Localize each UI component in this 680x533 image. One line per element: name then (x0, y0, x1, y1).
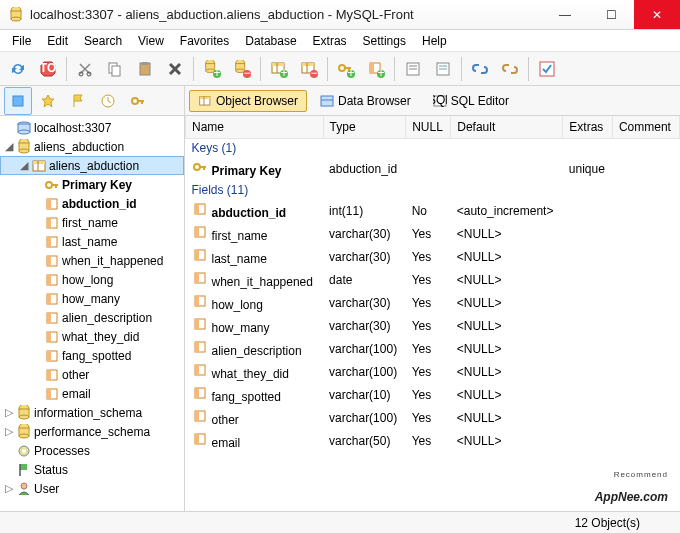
refresh-button[interactable] (4, 55, 32, 83)
minimize-button[interactable]: — (542, 0, 588, 29)
tab-sql-editor[interactable]: SQLSQL Editor (424, 90, 518, 112)
grid-row[interactable]: what_they_didvarchar(100)Yes<NULL> (186, 360, 680, 383)
grid-row[interactable]: abduction_idint(11)No<auto_increment> (186, 199, 680, 222)
maximize-button[interactable]: ☐ (588, 0, 634, 29)
tree-sys-User[interactable]: ▷User (0, 479, 184, 498)
menu-help[interactable]: Help (414, 32, 455, 50)
tree-col-when-it-happened[interactable]: when_it_happened (0, 251, 184, 270)
grid-row[interactable]: Primary Keyabduction_idunique (186, 157, 680, 180)
cell (612, 157, 679, 180)
menu-favorites[interactable]: Favorites (172, 32, 237, 50)
menu-view[interactable]: View (130, 32, 172, 50)
tree-db[interactable]: ◢aliens_abduction (0, 137, 184, 156)
tree-col-how-long[interactable]: how_long (0, 270, 184, 289)
new-field-button[interactable]: + (362, 55, 390, 83)
grid-row[interactable]: emailvarchar(50)Yes<NULL> (186, 429, 680, 452)
cell: varchar(100) (323, 337, 406, 360)
stop-button[interactable]: STOP (34, 55, 62, 83)
check-button[interactable] (533, 55, 561, 83)
tree-col-Primary Key[interactable]: Primary Key (0, 175, 184, 194)
i-db-icon (16, 424, 32, 440)
script2-button[interactable] (429, 55, 457, 83)
grid-row[interactable]: when_it_happeneddateYes<NULL> (186, 268, 680, 291)
grid-row[interactable]: fang_spottedvarchar(10)Yes<NULL> (186, 383, 680, 406)
menu-file[interactable]: File (4, 32, 39, 50)
cell: Yes (406, 291, 451, 314)
cell: varchar(10) (323, 383, 406, 406)
bookmark-button[interactable] (4, 87, 32, 115)
star-button[interactable] (34, 87, 62, 115)
copy-button[interactable] (101, 55, 129, 83)
tree-sys-Processes[interactable]: Processes (0, 441, 184, 460)
cell (612, 245, 679, 268)
tree-col-last-name[interactable]: last_name (0, 232, 184, 251)
col-header-type[interactable]: Type (323, 116, 406, 138)
cell (451, 157, 563, 180)
tree-col-email[interactable]: email (0, 384, 184, 403)
tree-col-other[interactable]: other (0, 365, 184, 384)
twisty-icon[interactable]: ▷ (2, 482, 16, 495)
key-button[interactable] (124, 87, 152, 115)
menu-extras[interactable]: Extras (305, 32, 355, 50)
svg-text:−: − (243, 66, 250, 78)
tree-sys-Status[interactable]: Status (0, 460, 184, 479)
new-table-button[interactable]: + (265, 55, 293, 83)
grid-row[interactable]: how_longvarchar(30)Yes<NULL> (186, 291, 680, 314)
drop-table-button[interactable]: − (295, 55, 323, 83)
menu-settings[interactable]: Settings (355, 32, 414, 50)
col-header-comment[interactable]: Comment (612, 116, 679, 138)
paste-button[interactable] (131, 55, 159, 83)
tree-host[interactable]: localhost:3307 (0, 118, 184, 137)
grid-row[interactable]: how_manyvarchar(30)Yes<NULL> (186, 314, 680, 337)
col-header-default[interactable]: Default (451, 116, 563, 138)
fields-grid[interactable]: NameTypeNULLDefaultExtrasComment Keys (1… (185, 116, 680, 452)
cell: <NULL> (451, 222, 563, 245)
drop-db-button[interactable]: − (228, 55, 256, 83)
menu-search[interactable]: Search (76, 32, 130, 50)
nav-tree[interactable]: localhost:3307◢aliens_abduction◢aliens_a… (0, 116, 185, 511)
cell (406, 157, 451, 180)
script-button[interactable] (399, 55, 427, 83)
link2-button[interactable] (496, 55, 524, 83)
twisty-icon[interactable]: ▷ (2, 425, 16, 438)
new-key-button[interactable]: + (332, 55, 360, 83)
main-toolbar: STOP + − + − + + (0, 52, 680, 86)
new-db-button[interactable]: + (198, 55, 226, 83)
svg-text:+: + (213, 66, 220, 78)
tree-table[interactable]: ◢aliens_abduction (0, 156, 184, 175)
delete-button[interactable] (161, 55, 189, 83)
tree-sys-performance-schema[interactable]: ▷performance_schema (0, 422, 184, 441)
cut-button[interactable] (71, 55, 99, 83)
tree-sys-information-schema[interactable]: ▷information_schema (0, 403, 184, 422)
tree-col-how-many[interactable]: how_many (0, 289, 184, 308)
col-header-extras[interactable]: Extras (563, 116, 613, 138)
cell: unique (563, 157, 613, 180)
section-header: Keys (1) (186, 138, 680, 157)
menu-edit[interactable]: Edit (39, 32, 76, 50)
cell: varchar(30) (323, 291, 406, 314)
cell: email (186, 429, 324, 452)
menu-database[interactable]: Database (237, 32, 304, 50)
i-col-icon (44, 329, 60, 345)
tree-col-alien-description[interactable]: alien_description (0, 308, 184, 327)
grid-row[interactable]: first_namevarchar(30)Yes<NULL> (186, 222, 680, 245)
tab-object-browser[interactable]: Object Browser (189, 90, 307, 112)
flag-button[interactable] (64, 87, 92, 115)
close-button[interactable]: ✕ (634, 0, 680, 29)
link-button[interactable] (466, 55, 494, 83)
tab-data-browser[interactable]: Data Browser (311, 90, 420, 112)
col-header-null[interactable]: NULL (406, 116, 451, 138)
grid-row[interactable]: last_namevarchar(30)Yes<NULL> (186, 245, 680, 268)
i-flag-icon (16, 462, 32, 478)
twisty-icon[interactable]: ◢ (17, 159, 31, 172)
tree-col-first-name[interactable]: first_name (0, 213, 184, 232)
col-header-name[interactable]: Name (186, 116, 324, 138)
grid-row[interactable]: othervarchar(100)Yes<NULL> (186, 406, 680, 429)
tree-col-fang-spotted[interactable]: fang_spotted (0, 346, 184, 365)
clock-button[interactable] (94, 87, 122, 115)
tree-col-abduction-id[interactable]: abduction_id (0, 194, 184, 213)
grid-row[interactable]: alien_descriptionvarchar(100)Yes<NULL> (186, 337, 680, 360)
tree-col-what-they-did[interactable]: what_they_did (0, 327, 184, 346)
twisty-icon[interactable]: ◢ (2, 140, 16, 153)
twisty-icon[interactable]: ▷ (2, 406, 16, 419)
